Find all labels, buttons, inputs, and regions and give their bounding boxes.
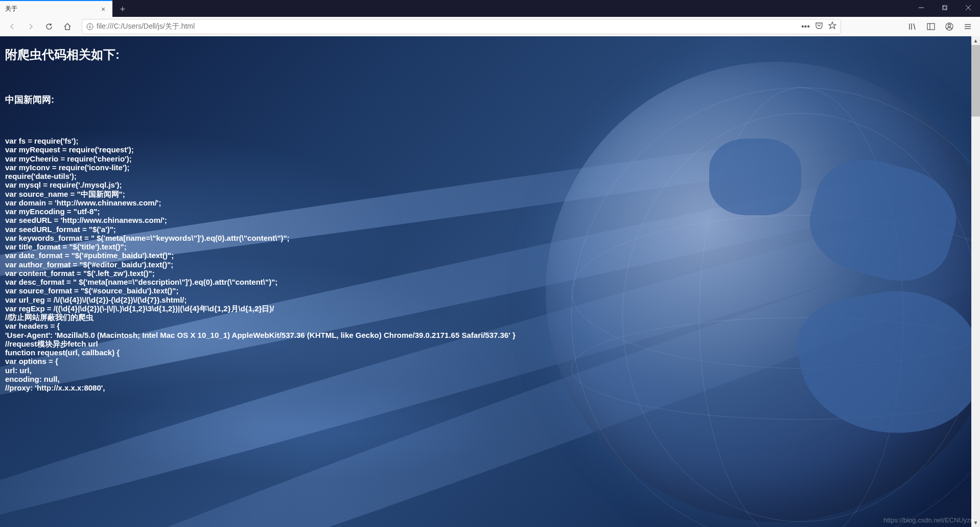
svg-rect-1 [942,6,946,10]
url-bar[interactable]: file:///C:/Users/Dell/js/关于.html ••• [82,19,841,34]
nav-bar: file:///C:/Users/Dell/js/关于.html ••• [0,17,980,36]
reload-button[interactable] [41,18,57,35]
close-window-button[interactable] [956,0,980,15]
account-icon[interactable] [941,18,958,35]
browser-tab[interactable]: 关于 × [0,0,112,17]
url-text: file:///C:/Users/Dell/js/关于.html [97,22,798,31]
content-text: 附爬虫代码相关如下: 中国新闻网: var fs = require('fs')… [0,36,980,402]
minimize-button[interactable] [909,0,933,15]
sidebar-icon[interactable] [923,18,939,35]
browser-chrome: 关于 × + [0,0,980,36]
page-actions-icon[interactable]: ••• [801,22,810,31]
home-button[interactable] [59,18,76,35]
code-block: var fs = require('fs'); var myRequest = … [5,136,975,392]
new-tab-button[interactable]: + [115,2,130,17]
maximize-button[interactable] [933,0,956,15]
svg-point-7 [89,25,90,26]
info-icon[interactable] [86,23,94,30]
close-icon[interactable]: × [99,5,107,13]
window-controls [909,0,980,15]
library-icon[interactable] [904,18,921,35]
pocket-icon[interactable] [815,21,823,32]
sub-heading: 中国新闻网: [5,94,975,106]
url-actions: ••• [801,21,836,32]
svg-line-10 [914,24,915,30]
tab-title: 关于 [5,5,99,13]
page-content: 附爬虫代码相关如下: 中国新闻网: var fs = require('fs')… [0,36,980,527]
bookmark-icon[interactable] [828,21,836,32]
toolbar-right [904,18,976,35]
main-heading: 附爬虫代码相关如下: [5,47,975,63]
svg-rect-2 [943,5,947,9]
menu-icon[interactable] [960,18,976,35]
forward-button[interactable] [22,18,39,35]
svg-point-14 [948,25,951,27]
back-button[interactable] [4,18,20,35]
watermark: https://blog.csdn.net/ECNUyzn [883,516,974,524]
svg-rect-11 [927,24,935,30]
tab-bar: 关于 × + [0,0,980,17]
